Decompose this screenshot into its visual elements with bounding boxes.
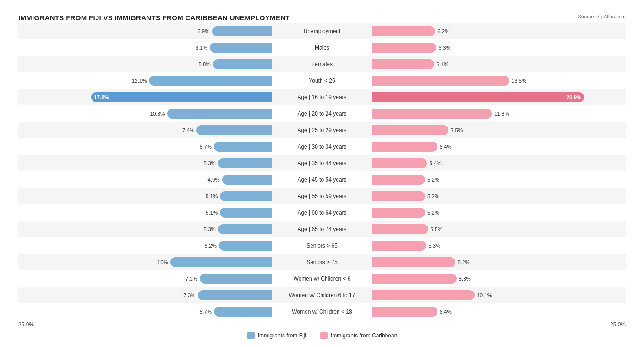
row-label: Age | 60 to 64 years <box>272 209 372 216</box>
value-fiji: 7.3% <box>183 292 195 298</box>
row-label: Males <box>272 44 372 51</box>
value-caribbean: 5.5% <box>431 226 442 232</box>
value-caribbean: 6.1% <box>437 61 448 67</box>
bar-caribbean: 20.9% <box>372 92 584 102</box>
bar-row: 5.3%Age | 65 to 74 years5.5% <box>18 221 626 237</box>
row-label: Age | 45 to 54 years <box>272 176 372 183</box>
bar-row: 6.1%Males6.3% <box>18 40 626 55</box>
bar-caribbean <box>372 290 475 300</box>
value-fiji: 5.9% <box>197 28 209 34</box>
bar-fiji <box>170 257 272 267</box>
bar-row: 7.3%Women w/ Children 6 to 1710.1% <box>18 287 626 303</box>
value-fiji: 12.1% <box>132 78 147 83</box>
value-fiji: 5.3% <box>204 226 216 232</box>
bar-row: 10%Seniors > 758.2% <box>18 254 626 270</box>
row-label: Age | 30 to 34 years <box>272 143 372 150</box>
value-caribbean: 5.2% <box>427 177 439 182</box>
axis-right-label: 25.0% <box>610 321 626 328</box>
row-label: Age | 25 to 29 years <box>272 127 372 133</box>
legend-fiji-box <box>247 332 255 339</box>
value-fiji: 5.2% <box>205 243 217 248</box>
row-label: Age | 20 to 24 years <box>272 110 372 117</box>
bar-caribbean <box>372 224 428 234</box>
value-fiji: 5.1% <box>206 210 218 215</box>
value-caribbean: 5.3% <box>428 243 440 248</box>
value-fiji: 10.3% <box>150 111 165 116</box>
value-fiji: 7.4% <box>182 127 194 133</box>
value-caribbean: 6.2% <box>437 28 449 34</box>
row-label: Women w/ Children < 18 <box>272 308 372 315</box>
value-fiji: 5.7% <box>200 144 212 149</box>
value-caribbean: 6.4% <box>440 309 452 314</box>
bar-row: 5.8%Females6.1% <box>18 56 626 72</box>
bar-caribbean <box>372 158 427 168</box>
bar-fiji <box>220 208 272 218</box>
chart-container: IMMIGRANTS FROM FIJI VS IMMIGRANTS FROM … <box>9 9 635 347</box>
row-label: Women w/ Children 6 to 17 <box>272 292 372 298</box>
bar-fiji <box>214 307 272 317</box>
bar-fiji <box>200 274 272 284</box>
value-fiji: 5.1% <box>206 193 218 199</box>
bar-fiji <box>149 76 272 86</box>
bar-caribbean <box>372 43 436 53</box>
legend-caribbean: Immigrants from Caribbean <box>320 332 397 339</box>
value-caribbean: 11.8% <box>494 111 509 116</box>
bar-caribbean <box>372 307 437 317</box>
bar-row: 12.1%Youth < 2513.5% <box>18 73 626 88</box>
row-label: Youth < 25 <box>272 77 372 84</box>
bar-row: 4.9%Age | 45 to 54 years5.2% <box>18 172 626 187</box>
axis-row: 25.0% 25.0% <box>18 321 626 328</box>
bar-row: 17.8%Age | 16 to 19 years20.9% <box>18 89 626 105</box>
legend: Immigrants from Fiji Immigrants from Car… <box>18 332 626 339</box>
bar-row: 7.4%Age | 25 to 29 years7.5% <box>18 122 626 138</box>
bar-row: 5.7%Age | 30 to 34 years6.4% <box>18 139 626 154</box>
bar-fiji <box>210 43 272 53</box>
bar-caribbean <box>372 142 437 152</box>
bar-fiji: 17.8% <box>91 92 272 102</box>
bar-row: 10.3%Age | 20 to 24 years11.8% <box>18 106 626 121</box>
bar-row: 5.1%Age | 60 to 64 years5.2% <box>18 205 626 220</box>
value-fiji: 5.8% <box>199 61 211 67</box>
value-caribbean: 5.2% <box>427 210 439 215</box>
bar-fiji <box>214 142 272 152</box>
bar-caribbean <box>372 125 448 135</box>
bar-caribbean <box>372 257 455 267</box>
bar-fiji <box>218 158 272 168</box>
legend-fiji-label: Immigrants from Fiji <box>258 332 306 339</box>
row-label: Age | 55 to 59 years <box>272 193 372 199</box>
legend-caribbean-box <box>320 332 328 339</box>
bar-row: 5.3%Age | 35 to 44 years5.4% <box>18 155 626 171</box>
value-fiji: 10% <box>158 259 168 265</box>
bar-fiji <box>222 175 272 185</box>
value-fiji: 5.7% <box>200 309 212 314</box>
value-caribbean: 8.2% <box>458 259 469 265</box>
chart-source: Source: ZipAtlas.com <box>578 14 626 19</box>
bar-row: 5.1%Age | 55 to 59 years5.2% <box>18 188 626 204</box>
value-fiji: 6.1% <box>196 45 207 50</box>
value-fiji: 4.9% <box>207 177 219 182</box>
row-label: Age | 16 to 19 years <box>272 94 372 100</box>
value-caribbean: 5.4% <box>429 160 441 166</box>
bar-fiji <box>213 59 272 69</box>
axis-left-label: 25.0% <box>18 321 34 328</box>
bar-caribbean <box>372 208 425 218</box>
value-caribbean: 8.3% <box>459 276 471 281</box>
bar-row: 5.9%Unemployment6.2% <box>18 23 626 39</box>
value-caribbean: 6.3% <box>438 45 450 50</box>
bar-caribbean <box>372 274 457 284</box>
bar-caribbean <box>372 59 434 69</box>
row-label: Women w/ Children < 6 <box>272 275 372 282</box>
bar-fiji <box>218 224 272 234</box>
bar-fiji <box>198 290 272 300</box>
chart-area: 5.9%Unemployment6.2%6.1%Males6.3%5.8%Fem… <box>18 23 626 319</box>
bar-row: 5.7%Women w/ Children < 186.4% <box>18 304 626 319</box>
row-label: Unemployment <box>272 28 372 34</box>
row-label: Seniors > 75 <box>272 259 372 265</box>
row-label: Age | 65 to 74 years <box>272 226 372 232</box>
value-fiji: 7.1% <box>186 276 197 281</box>
bar-fiji <box>212 26 272 36</box>
value-caribbean: 6.4% <box>440 144 452 149</box>
row-label: Seniors > 65 <box>272 242 372 249</box>
bar-fiji <box>220 191 272 201</box>
value-caribbean: 20.9% <box>567 94 582 100</box>
